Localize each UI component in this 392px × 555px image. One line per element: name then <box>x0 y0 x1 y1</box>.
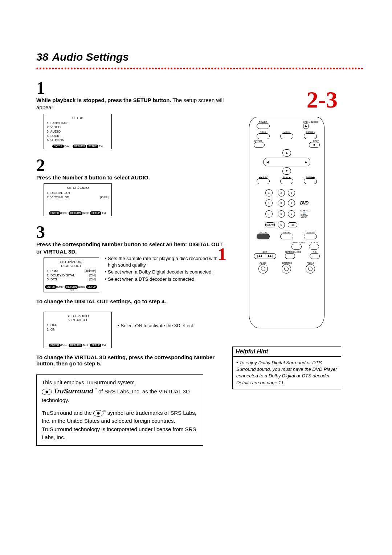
num-3-button[interactable]: 3 <box>288 189 295 197</box>
osd-digital-out: SETUP/AUDIO DIGITAL OUT 1. PCM[48kHz] 2.… <box>44 258 99 292</box>
title-divider: ••••••••••••••••••••••••••••••••••••••••… <box>36 65 363 72</box>
pause-button[interactable] <box>291 244 302 250</box>
step-1-text: While playback is stopped, press the SET… <box>36 97 225 112</box>
rev-button[interactable] <box>257 178 270 184</box>
hint-body: • To enjoy Dolby Digital Surround or DTS… <box>233 357 341 389</box>
repeat-button[interactable] <box>309 244 319 250</box>
clear-button[interactable]: CLEAR <box>265 222 275 227</box>
num-5-button[interactable]: 5 <box>278 199 285 207</box>
osd-virtual-3d: SETUP/AUDIO VIRTUAL 3D 1. OFF 2. ON ENTE… <box>44 312 112 348</box>
num-1-button[interactable]: 1 <box>265 189 273 197</box>
trusurround-box: This unit employs TruSurround system Tru… <box>36 374 203 446</box>
dpad-left: ◀ <box>266 161 269 164</box>
hint-title: Helpful Hint <box>233 347 341 357</box>
open-close-button[interactable]: ⏏ <box>303 123 309 129</box>
angle-button[interactable] <box>306 264 315 274</box>
power-button[interactable] <box>257 123 270 129</box>
step-2-number: 2 <box>36 157 225 174</box>
num-2-button[interactable]: 2 <box>278 189 285 197</box>
num-9-button[interactable]: 9 <box>288 210 295 218</box>
stop-button[interactable]: ■ <box>309 142 320 148</box>
search-mode-button[interactable] <box>285 253 295 259</box>
num-7-button[interactable]: 7 <box>265 210 273 218</box>
step-3-text: Press the corresponding Number button to… <box>36 241 225 256</box>
enter-button[interactable] <box>254 142 265 148</box>
num-0-button[interactable]: 0 <box>278 221 285 228</box>
note-virtual-3d: To change the VIRTUAL 3D setting, press … <box>36 354 225 366</box>
step-2-text: Press the Number 3 button to select AUDI… <box>36 174 225 181</box>
fwd-button[interactable] <box>304 178 317 184</box>
dpad-up: ▲ <box>282 149 291 157</box>
menu-button[interactable] <box>280 133 293 139</box>
setup-button[interactable] <box>257 234 270 239</box>
compact-disc-logo-icon: COMPACT💿DIGITAL AUDIO <box>300 210 308 218</box>
dpad-right: ▶ <box>305 161 307 164</box>
step-1-marker: 1 <box>218 244 226 264</box>
note-digital-out: To change the DIGITAL OUT settings, go t… <box>36 298 225 304</box>
ab-button[interactable] <box>310 253 320 259</box>
srs-symbol-icon <box>93 410 103 417</box>
srs-symbol-icon <box>42 389 52 395</box>
page-title: Audio Settings <box>52 51 129 63</box>
steps-2-3-label: 2-3 <box>232 86 338 113</box>
remote-control: POWER OPEN/ CLOSE⏏ TITLE MENU RETURN ENT… <box>249 117 324 328</box>
num-6-button[interactable]: 6 <box>288 199 295 207</box>
virtual-3d-callout: •Select ON to activate the 3D effect. <box>118 323 194 330</box>
display-button[interactable] <box>304 234 317 239</box>
plus10-button[interactable]: +10 <box>288 222 297 227</box>
dvd-logo-icon: DVD <box>300 200 308 206</box>
play-button[interactable] <box>280 178 293 184</box>
audio-button[interactable] <box>258 264 268 274</box>
return-button[interactable] <box>304 133 317 139</box>
step-1-number: 1 <box>36 79 225 97</box>
dpad-down: ▼ <box>282 167 291 175</box>
mode-button[interactable] <box>280 234 293 239</box>
dpad[interactable]: ▲ ▼ ◀ ▶ <box>263 149 310 175</box>
title-button[interactable] <box>257 133 270 139</box>
num-4-button[interactable]: 4 <box>265 199 273 207</box>
step-3-number: 3 <box>36 223 225 241</box>
subtitle-button[interactable] <box>282 264 291 274</box>
num-8-button[interactable]: 8 <box>278 210 285 218</box>
osd-audio: SETUP/AUDIO 1. DIGITAL OUT 2. VIRTUAL 3D… <box>44 183 112 216</box>
osd-setup: SETUP 1. LANGUAGE 2. VIDEO 3. AUDIO 4. L… <box>44 114 112 149</box>
digital-out-callouts: •Sets the sample rate for playing a disc… <box>105 255 225 283</box>
skip-buttons[interactable]: |◀◀▶▶| <box>254 253 276 259</box>
page-number: 38 <box>36 51 48 63</box>
helpful-hint-box: Helpful Hint • To enjoy Dolby Digital Su… <box>232 347 341 389</box>
